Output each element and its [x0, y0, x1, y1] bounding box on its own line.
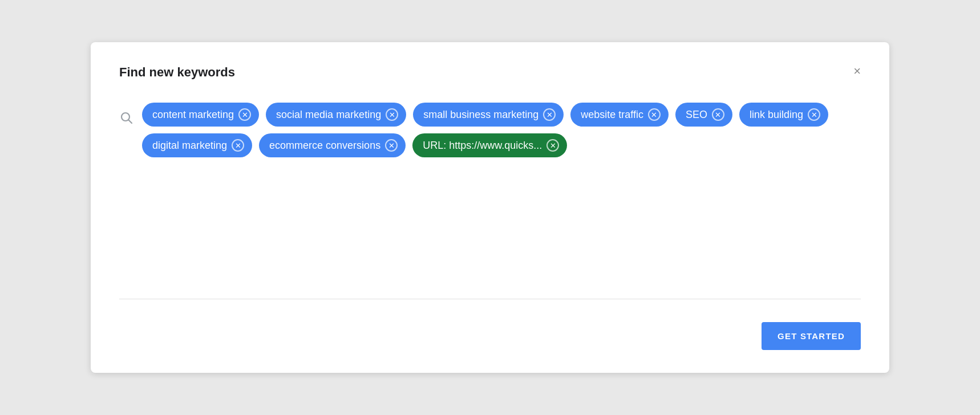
- chip-remove-link-building[interactable]: ✕: [808, 108, 820, 121]
- chip-seo: SEO✕: [675, 103, 732, 127]
- chip-label-digital-marketing: digital marketing: [152, 140, 227, 152]
- svg-line-1: [129, 120, 132, 124]
- divider: [119, 299, 861, 299]
- chip-url-chip: URL: https://www.quicks...✕: [412, 133, 567, 157]
- search-icon: [119, 111, 133, 127]
- chip-link-building: link building✕: [739, 103, 828, 127]
- chip-remove-seo[interactable]: ✕: [712, 108, 724, 121]
- chip-remove-ecommerce-conversions[interactable]: ✕: [385, 139, 398, 152]
- chip-remove-content-marketing[interactable]: ✕: [238, 108, 251, 121]
- chip-remove-social-media-marketing[interactable]: ✕: [386, 108, 398, 121]
- chip-label-seo: SEO: [686, 109, 707, 121]
- chip-ecommerce-conversions: ecommerce conversions✕: [259, 133, 406, 157]
- chip-social-media-marketing: social media marketing✕: [266, 103, 406, 127]
- chip-label-ecommerce-conversions: ecommerce conversions: [269, 140, 380, 152]
- chip-label-url-chip: URL: https://www.quicks...: [423, 140, 542, 152]
- get-started-button[interactable]: GET STARTED: [762, 322, 861, 350]
- chip-remove-digital-marketing[interactable]: ✕: [232, 139, 244, 152]
- close-button[interactable]: ×: [853, 65, 861, 78]
- search-area: content marketing✕social media marketing…: [119, 103, 861, 285]
- chip-content-marketing: content marketing✕: [142, 103, 259, 127]
- chip-website-traffic: website traffic✕: [570, 103, 669, 127]
- chip-label-content-marketing: content marketing: [152, 109, 234, 121]
- chip-small-business-marketing: small business marketing✕: [413, 103, 564, 127]
- find-keywords-dialog: Find new keywords × content marketing✕so…: [91, 42, 889, 373]
- chip-label-small-business-marketing: small business marketing: [423, 109, 538, 121]
- chips-container: content marketing✕social media marketing…: [142, 103, 861, 157]
- dialog-footer: GET STARTED: [119, 322, 861, 350]
- chip-remove-url-chip[interactable]: ✕: [546, 139, 559, 152]
- chip-label-link-building: link building: [750, 109, 803, 121]
- dialog-title: Find new keywords: [119, 65, 235, 80]
- chip-digital-marketing: digital marketing✕: [142, 133, 252, 157]
- chip-remove-website-traffic[interactable]: ✕: [648, 108, 661, 121]
- chip-label-social-media-marketing: social media marketing: [276, 109, 381, 121]
- chip-label-website-traffic: website traffic: [581, 109, 643, 121]
- dialog-header: Find new keywords ×: [119, 65, 861, 80]
- chip-remove-small-business-marketing[interactable]: ✕: [543, 108, 556, 121]
